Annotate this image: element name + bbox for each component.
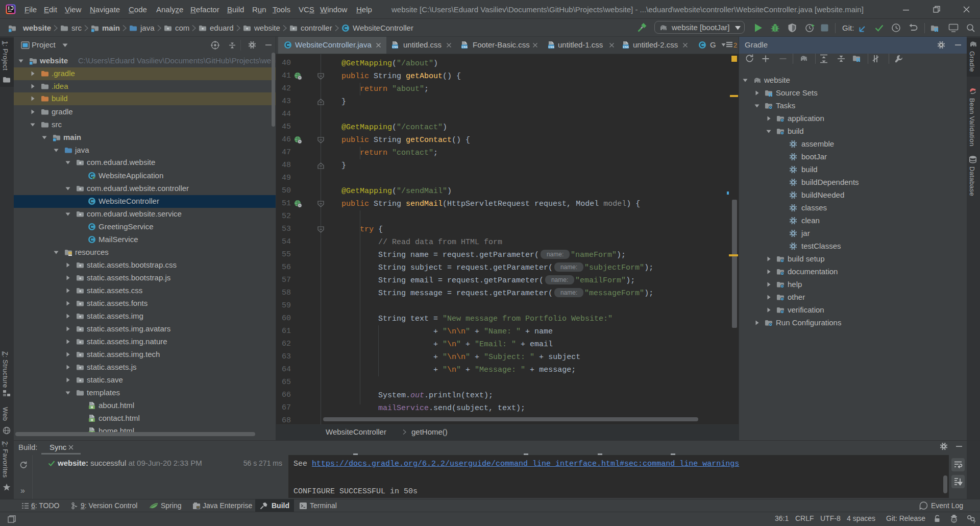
- svg-text:H: H: [91, 418, 93, 422]
- svg-text:CSS: CSS: [461, 45, 468, 49]
- svg-text:?: ?: [973, 519, 976, 524]
- svg-text:CSS: CSS: [548, 45, 554, 49]
- svg-text:CSS: CSS: [392, 45, 398, 49]
- svg-text:CSS: CSS: [623, 45, 629, 49]
- svg-text:H: H: [91, 405, 93, 409]
